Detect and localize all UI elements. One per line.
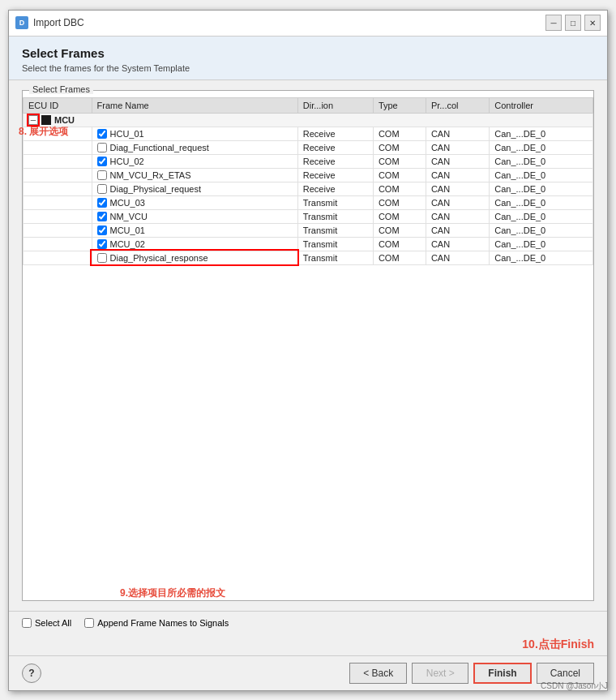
col-frame-name: Frame Name [92,97,297,113]
table-row: MCU_01TransmitCOMCANCan_...DE_0 [24,223,593,237]
annotation-finish: 10.点击Finish [9,634,607,655]
table-row: MCU_03TransmitCOMCANCan_...DE_0 [24,195,593,209]
controller-cell: Can_...DE_0 [490,237,593,251]
col-protocol: Pr...col [426,97,489,113]
watermark: CSDN @Jason小J [541,681,608,692]
ecu-id-cell [24,237,92,251]
title-bar-left: D Import DBC [15,16,84,29]
controller-cell: Can_...DE_0 [490,209,593,223]
page-title: Select Frames [22,46,594,60]
type-cell: COM [373,195,426,209]
ecu-id-cell [24,251,92,264]
protocol-cell: CAN [426,168,489,182]
controller-cell: Can_...DE_0 [490,168,593,182]
direction-cell: Receive [297,154,373,168]
table-row: HCU_02ReceiveCOMCANCan_...DE_0 [24,154,593,168]
table-row: NM_VCU_Rx_ETASReceiveCOMCANCan_...DE_0 [24,168,593,182]
frame-name-cell: MCU_03 [92,195,297,209]
type-cell: COM [373,140,426,154]
frame-checkbox[interactable] [97,253,107,263]
direction-cell: Transmit [297,251,373,264]
type-cell: COM [373,237,426,251]
frame-checkbox[interactable] [97,143,107,152]
frame-checkbox[interactable] [97,225,107,235]
frame-checkbox[interactable] [97,212,107,221]
direction-cell: Transmit [297,237,373,251]
direction-cell: Receive [297,127,373,140]
table-row: Diag_Functional_requestReceiveCOMCANCan_… [24,140,593,154]
type-cell: COM [373,251,426,264]
select-frames-group: Select Frames 8. 展开选项 ECU ID Frame Name … [22,90,594,601]
next-button[interactable]: Next > [412,663,468,684]
frame-name-cell: HCU_01 [92,127,297,140]
frame-checkbox[interactable] [97,198,107,208]
content-area: Select Frames 8. 展开选项 ECU ID Frame Name … [9,80,607,611]
frame-name-label: Diag_Physical_request [110,184,202,194]
type-cell: COM [373,182,426,195]
frame-name-label: MCU_03 [110,198,145,208]
controller-cell: Can_...DE_0 [490,195,593,209]
finish-button[interactable]: Finish [473,663,531,684]
frame-name-cell: Diag_Physical_response [92,251,297,264]
frame-checkbox[interactable] [97,129,107,139]
controller-cell: Can_...DE_0 [490,127,593,140]
col-direction: Dir...ion [297,97,373,113]
protocol-cell: CAN [426,154,489,168]
controller-cell: Can_...DE_0 [490,251,593,264]
select-all-label[interactable]: Select All [22,618,71,628]
close-button[interactable]: ✕ [584,15,601,31]
append-names-label[interactable]: Append Frame Names to Signals [84,618,229,628]
frame-name-cell: HCU_02 [92,154,297,168]
type-cell: COM [373,127,426,140]
title-bar-controls: ─ □ ✕ [545,15,601,31]
frame-name-label: HCU_02 [110,157,144,166]
frame-name-label: MCU_01 [110,225,145,235]
frame-checkbox[interactable] [97,239,107,249]
protocol-cell: CAN [426,251,489,264]
direction-cell: Transmit [297,223,373,237]
direction-cell: Transmit [297,195,373,209]
page-header: Select Frames Select the frames for the … [9,37,607,80]
frame-checkbox[interactable] [97,170,107,180]
type-cell: COM [373,209,426,223]
direction-cell: Receive [297,182,373,195]
frame-name-label: NM_VCU_Rx_ETAS [110,170,191,180]
minimize-button[interactable]: ─ [545,15,562,31]
frame-name-label: Diag_Functional_request [110,143,209,152]
table-row: NM_VCUTransmitCOMCANCan_...DE_0 [24,209,593,223]
select-all-checkbox[interactable] [22,618,32,628]
controller-cell: Can_...DE_0 [490,140,593,154]
maximize-button[interactable]: □ [565,15,581,31]
ecu-id-cell [24,168,92,182]
annotation-select: 9.选择项目所必需的报文 [120,586,593,600]
type-cell: COM [373,154,426,168]
col-type: Type [373,97,426,113]
help-button[interactable]: ? [22,663,41,683]
ecu-id-cell [24,209,92,223]
protocol-cell: CAN [426,209,489,223]
table-header-row: ECU ID Frame Name Dir...ion Type Pr...co… [24,97,593,113]
dialog-title: Import DBC [33,17,84,28]
frame-name-label: HCU_01 [110,129,144,139]
col-controller: Controller [490,97,593,113]
page-subtitle: Select the frames for the System Templat… [22,63,594,73]
frames-table: ECU ID Frame Name Dir...ion Type Pr...co… [23,97,593,265]
controller-cell: Can_...DE_0 [490,223,593,237]
title-bar: D Import DBC ─ □ ✕ [9,11,607,37]
dialog-icon: D [15,16,28,29]
frame-name-cell: NM_VCU_Rx_ETAS [92,168,297,182]
frame-checkbox[interactable] [97,184,107,194]
direction-cell: Receive [297,168,373,182]
protocol-cell: CAN [426,182,489,195]
frame-checkbox[interactable] [97,157,107,166]
frame-name-cell: MCU_02 [92,237,297,251]
table-container[interactable]: ECU ID Frame Name Dir...ion Type Pr...co… [23,97,593,582]
bottom-options: Select All Append Frame Names to Signals [9,611,607,634]
col-ecu-id: ECU ID [24,97,92,113]
direction-cell: Receive [297,140,373,154]
back-button[interactable]: < Back [349,663,407,684]
protocol-cell: CAN [426,237,489,251]
expand-button[interactable]: ─ [28,115,38,125]
controller-cell: Can_...DE_0 [490,182,593,195]
append-names-checkbox[interactable] [84,618,94,628]
